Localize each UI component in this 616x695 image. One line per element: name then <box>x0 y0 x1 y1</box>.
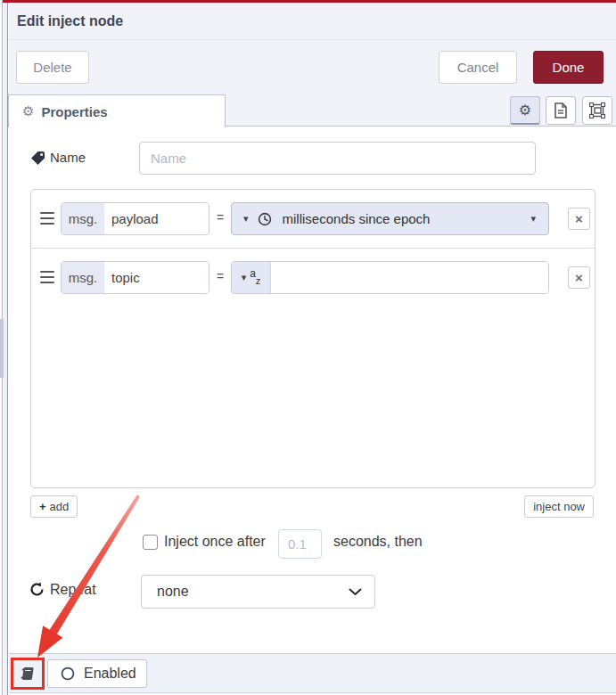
string-type-icon: az <box>250 268 260 282</box>
inject-now-button[interactable]: inject now <box>524 495 594 518</box>
repeat-icon <box>29 582 45 597</box>
inject-once-seconds-input[interactable] <box>278 529 322 559</box>
topic-key-input[interactable] <box>104 262 209 293</box>
payload-type-select[interactable]: ▾ milliseconds since epoch ▾ <box>231 202 549 235</box>
drag-handle-icon[interactable] <box>40 212 54 225</box>
repeat-select[interactable]: none <box>141 575 375 609</box>
done-button[interactable]: Done <box>533 51 604 84</box>
caret-down-icon: ▾ <box>242 272 247 283</box>
repeat-selected-value: none <box>157 584 189 600</box>
drag-handle-icon[interactable] <box>40 271 54 283</box>
tag-icon <box>30 151 45 169</box>
node-help-button[interactable] <box>13 660 42 687</box>
enabled-toggle-button[interactable]: Enabled <box>47 659 147 688</box>
topic-value-input[interactable] <box>271 262 548 293</box>
add-prop-button[interactable]: + add <box>30 495 78 518</box>
prop-row-topic: msg. = ▾ az × <box>31 249 595 307</box>
document-icon <box>554 102 568 119</box>
msg-prefix-label: msg. <box>62 203 104 234</box>
description-editor-button[interactable] <box>546 96 576 125</box>
topic-type-select[interactable]: ▾ az <box>232 262 271 293</box>
dialog-toolbar: Delete Cancel Done <box>9 40 616 94</box>
selection-frame-icon <box>589 102 605 119</box>
equals-sign: = <box>217 210 224 225</box>
payload-type-value: milliseconds since epoch <box>283 211 431 226</box>
inject-once-label: Inject once after <box>164 534 266 550</box>
inject-once-checkbox[interactable] <box>143 535 158 550</box>
seconds-then-label: seconds, then <box>333 534 423 550</box>
tab-properties[interactable]: ⚙ Properties <box>8 94 226 127</box>
enabled-label: Enabled <box>84 666 136 682</box>
tab-properties-label: Properties <box>41 104 107 119</box>
equals-sign: = <box>217 269 224 283</box>
tab-underline <box>226 126 616 127</box>
msg-prefix-label: msg. <box>62 262 104 293</box>
remove-row-button[interactable]: × <box>568 208 590 230</box>
delete-button[interactable]: Delete <box>16 51 89 84</box>
props-list: msg. = ▾ milliseconds since epoch ▾ × ms… <box>30 189 595 488</box>
remove-row-button[interactable]: × <box>568 266 590 289</box>
payload-key-input[interactable] <box>104 203 209 234</box>
dialog-title: Edit inject node <box>17 13 123 29</box>
topic-key-group: msg. <box>61 261 209 294</box>
properties-editor-button[interactable]: ⚙ <box>510 96 540 125</box>
left-scrollbar-thumb[interactable] <box>0 319 4 378</box>
prop-row-payload: msg. = ▾ milliseconds since epoch ▾ × <box>31 190 595 249</box>
plus-icon: + <box>39 500 46 513</box>
dialog-header: Edit inject node <box>9 3 616 40</box>
repeat-label: Repeat <box>50 582 96 598</box>
gear-icon: ⚙ <box>22 103 34 119</box>
status-circle-icon <box>61 666 75 681</box>
caret-down-icon: ▾ <box>232 213 249 225</box>
cancel-button[interactable]: Cancel <box>439 51 517 84</box>
name-input[interactable] <box>139 142 536 175</box>
appearance-editor-button[interactable] <box>582 96 612 125</box>
chevron-down-icon <box>349 588 362 596</box>
book-icon <box>20 666 37 682</box>
gear-icon: ⚙ <box>519 102 531 119</box>
payload-key-group: msg. <box>61 202 209 235</box>
add-label: add <box>50 500 70 513</box>
topic-typed-input: ▾ az <box>231 261 549 294</box>
caret-down-icon: ▾ <box>530 213 548 225</box>
edit-inject-node-dialog: Edit inject node Delete Cancel Done ⚙ Pr… <box>0 0 616 695</box>
name-label: Name <box>50 150 86 165</box>
timestamp-clock-icon <box>258 212 272 226</box>
